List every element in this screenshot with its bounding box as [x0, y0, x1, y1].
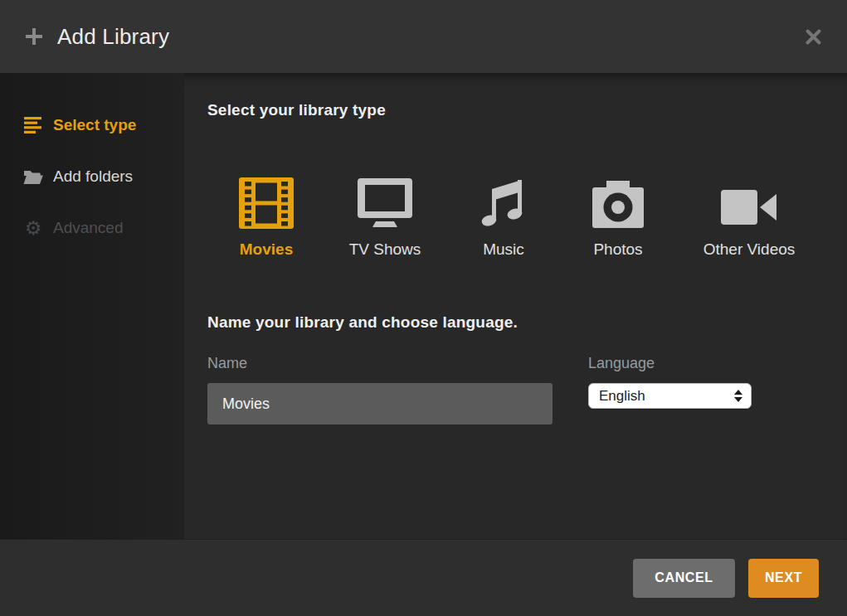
- music-note-icon: [479, 174, 528, 229]
- dialog-header: Add Library: [0, 0, 847, 73]
- library-type-label: Music: [483, 240, 524, 259]
- sidebar-item-select-type[interactable]: Select type: [0, 99, 184, 151]
- dialog-title: Add Library: [57, 24, 169, 50]
- library-type-label: Photos: [593, 240, 642, 259]
- library-type-label: Other Videos: [703, 240, 796, 259]
- film-strip-icon: [239, 174, 294, 229]
- cancel-button[interactable]: CANCEL: [633, 559, 735, 598]
- library-type-other-videos[interactable]: Other Videos: [695, 174, 803, 259]
- open-folder-icon: [23, 169, 43, 185]
- dialog-footer: CANCEL NEXT: [0, 539, 847, 616]
- next-button[interactable]: NEXT: [748, 559, 819, 598]
- library-type-tv-shows[interactable]: TV Shows: [343, 174, 426, 259]
- add-library-dialog: Add Library Select type Add folders ⚙: [0, 0, 847, 616]
- gear-icon: ⚙: [23, 219, 43, 238]
- plus-icon: [25, 27, 43, 46]
- sidebar-item-add-folders[interactable]: Add folders: [0, 151, 184, 202]
- tv-icon: [357, 174, 413, 229]
- library-type-label: TV Shows: [349, 240, 421, 259]
- main-panel: Select your library type Movies TV Shows: [184, 73, 847, 539]
- list-lines-icon: [23, 117, 43, 133]
- language-selected-value: English: [599, 388, 734, 405]
- language-label: Language: [588, 355, 752, 372]
- name-language-heading: Name your library and choose language.: [207, 313, 847, 332]
- sidebar-item-label: Select type: [53, 116, 136, 134]
- library-type-heading: Select your library type: [207, 101, 847, 119]
- select-spinner-icon: [734, 390, 742, 402]
- library-type-row: Movies TV Shows Music: [229, 174, 847, 259]
- video-camera-icon: [721, 174, 777, 229]
- library-type-movies[interactable]: Movies: [229, 174, 304, 259]
- wizard-steps-sidebar: Select type Add folders ⚙ Advanced: [0, 73, 184, 539]
- sidebar-item-label: Add folders: [53, 167, 133, 186]
- library-type-photos[interactable]: Photos: [581, 174, 655, 259]
- sidebar-item-label: Advanced: [53, 219, 124, 237]
- library-name-input[interactable]: [207, 383, 552, 424]
- camera-icon: [591, 174, 645, 229]
- dialog-body: Select type Add folders ⚙ Advanced Selec…: [0, 73, 847, 539]
- library-type-label: Movies: [240, 240, 293, 259]
- close-icon[interactable]: [805, 28, 822, 46]
- language-select[interactable]: English: [588, 383, 752, 409]
- name-label: Name: [207, 355, 552, 372]
- library-type-music[interactable]: Music: [466, 174, 541, 259]
- name-language-form: Name Language English: [207, 355, 847, 424]
- sidebar-item-advanced: ⚙ Advanced: [0, 202, 184, 254]
